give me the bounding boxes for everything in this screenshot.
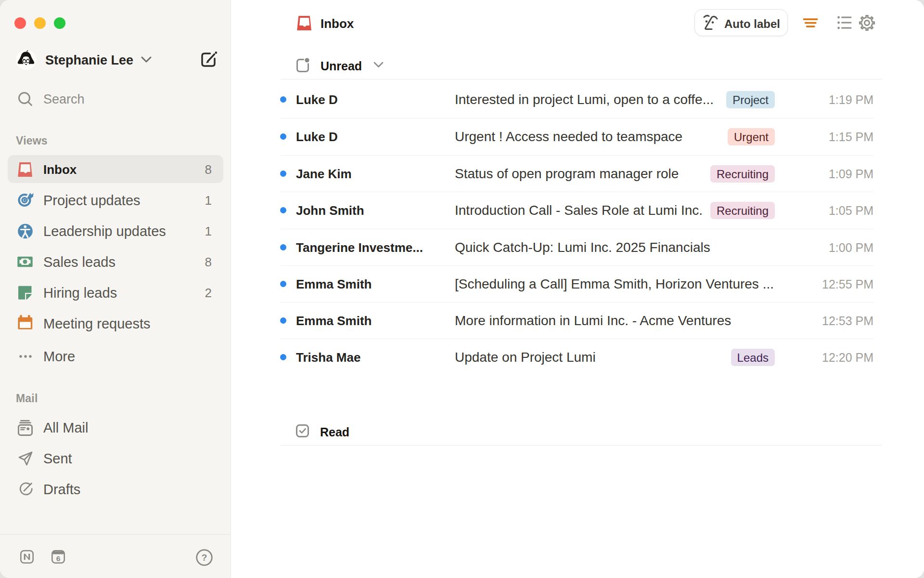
svg-text:6: 6 (56, 554, 61, 563)
svg-text:?: ? (202, 552, 207, 563)
